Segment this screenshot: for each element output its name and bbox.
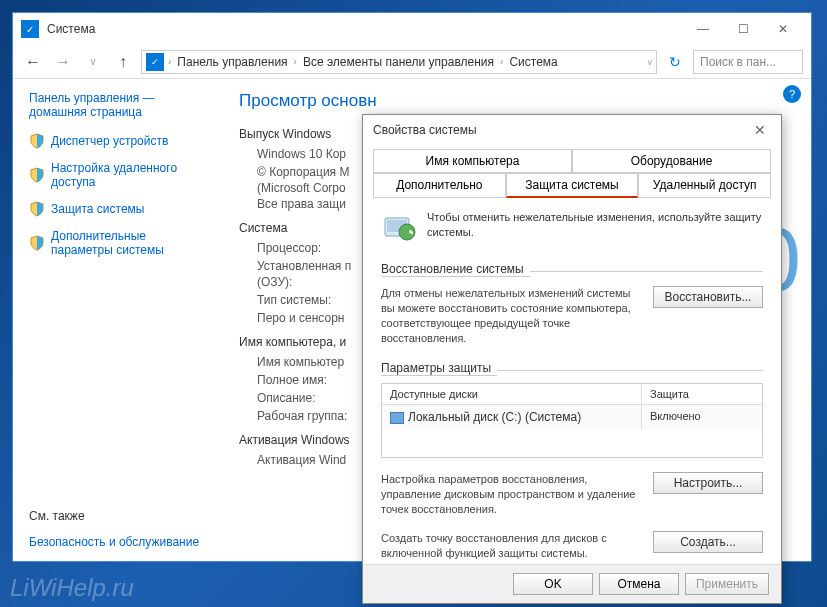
col-drives: Доступные диски	[382, 384, 642, 404]
breadcrumb-2[interactable]: Все элементы панели управления	[301, 55, 496, 69]
maximize-button[interactable]: ☐	[723, 15, 763, 43]
window-title: Система	[47, 22, 683, 36]
create-button[interactable]: Создать...	[653, 531, 763, 553]
sidebar-link-remote[interactable]: Настройка удаленного доступа	[29, 159, 207, 191]
pcname-label: Имя компьютер	[257, 355, 344, 369]
activation-label: Активация Wind	[257, 453, 346, 467]
up-button[interactable]: ↑	[111, 50, 135, 74]
drive-status: Включено	[642, 405, 762, 429]
sidebar-link-advanced[interactable]: Дополнительные параметры системы	[29, 227, 207, 259]
sidebar-link-label: Дополнительные параметры системы	[51, 229, 207, 257]
tab-computer-name[interactable]: Имя компьютера	[373, 149, 572, 173]
configure-button[interactable]: Настроить...	[653, 472, 763, 494]
copyright-value3: Все права защи	[257, 197, 346, 211]
watermark: LiWiHelp.ru	[10, 574, 134, 602]
forward-button[interactable]: →	[51, 50, 75, 74]
recent-button[interactable]: v	[81, 50, 105, 74]
restore-heading: Восстановление системы	[381, 262, 530, 277]
bc-sep-icon: ›	[168, 56, 171, 67]
sidebar-link-device-manager[interactable]: Диспетчер устройств	[29, 131, 207, 151]
breadcrumb-1[interactable]: Панель управления	[175, 55, 289, 69]
cancel-button[interactable]: Отмена	[599, 573, 679, 595]
tab-advanced[interactable]: Дополнительно	[373, 173, 506, 198]
tab-strip: Имя компьютера Оборудование Дополнительн…	[363, 145, 781, 198]
ram-label2: (ОЗУ):	[257, 275, 292, 289]
ok-button[interactable]: OK	[513, 573, 593, 595]
bc-sep-icon: ›	[294, 56, 297, 67]
close-button[interactable]: ✕	[763, 15, 803, 43]
system-properties-dialog: Свойства системы ✕ Имя компьютера Оборуд…	[362, 114, 782, 604]
drive-name: Локальный диск (C:) (Система)	[408, 410, 581, 424]
sidebar-link-security[interactable]: Безопасность и обслуживание	[29, 535, 207, 549]
intro-text: Чтобы отменить нежелательные изменения, …	[427, 210, 763, 240]
create-description: Создать точку восстановления для дисков …	[381, 531, 645, 561]
app-icon: ✓	[21, 20, 39, 38]
sidebar-link-label: Настройка удаленного доступа	[51, 161, 207, 189]
apply-button[interactable]: Применить	[685, 573, 769, 595]
restore-icon	[381, 210, 417, 246]
bc-sep-icon: ›	[500, 56, 503, 67]
restore-description: Для отмены нежелательных изменений систе…	[381, 286, 645, 345]
address-bar[interactable]: ✓ › Панель управления › Все элементы пан…	[141, 50, 657, 74]
fullname-label: Полное имя:	[257, 373, 327, 387]
desc-label: Описание:	[257, 391, 316, 405]
breadcrumb-dropdown-icon[interactable]: v	[648, 57, 653, 67]
intro-row: Чтобы отменить нежелательные изменения, …	[381, 210, 763, 246]
params-heading: Параметры защиты	[381, 361, 497, 376]
shield-icon	[29, 133, 45, 149]
sidebar: Панель управления — домашняя страница Ди…	[13, 79, 223, 561]
dialog-title: Свойства системы	[373, 123, 477, 137]
shield-icon	[29, 235, 45, 251]
col-protection: Защита	[642, 384, 762, 404]
titlebar: ✓ Система — ☐ ✕	[13, 13, 811, 45]
see-also-heading: См. также	[29, 509, 207, 523]
shield-icon	[29, 201, 45, 217]
page-title: Просмотр основн	[239, 91, 795, 111]
dialog-body: Чтобы отменить нежелательные изменения, …	[363, 198, 781, 564]
window-controls: — ☐ ✕	[683, 15, 803, 43]
ram-label: Установленная п	[257, 259, 351, 273]
cpu-label: Процессор:	[257, 241, 321, 255]
nav-toolbar: ← → v ↑ ✓ › Панель управления › Все элем…	[13, 45, 811, 79]
sidebar-link-label: Защита системы	[51, 202, 144, 216]
help-button[interactable]: ?	[783, 85, 801, 103]
shield-icon	[29, 167, 45, 183]
tab-hardware[interactable]: Оборудование	[572, 149, 771, 173]
dialog-close-button[interactable]: ✕	[749, 119, 771, 141]
search-input[interactable]: Поиск в пан...	[693, 50, 803, 74]
drive-row[interactable]: Локальный диск (C:) (Система) Включено	[382, 405, 762, 429]
edition-value: Windows 10 Кор	[257, 147, 346, 161]
address-icon: ✓	[146, 53, 164, 71]
sidebar-link-label: Диспетчер устройств	[51, 134, 168, 148]
tab-protection[interactable]: Защита системы	[506, 173, 639, 198]
tab-remote[interactable]: Удаленный доступ	[638, 173, 771, 198]
refresh-button[interactable]: ↻	[663, 50, 687, 74]
minimize-button[interactable]: —	[683, 15, 723, 43]
configure-description: Настройка параметров восстановления, упр…	[381, 472, 645, 517]
drives-table: Доступные диски Защита Локальный диск (C…	[381, 383, 763, 458]
breadcrumb-3[interactable]: Система	[507, 55, 559, 69]
back-button[interactable]: ←	[21, 50, 45, 74]
sidebar-link-protection[interactable]: Защита системы	[29, 199, 207, 219]
dialog-titlebar: Свойства системы ✕	[363, 115, 781, 145]
workgroup-label: Рабочая группа:	[257, 409, 347, 423]
restore-button[interactable]: Восстановить...	[653, 286, 763, 308]
sidebar-home-link[interactable]: Панель управления — домашняя страница	[29, 91, 207, 119]
copyright-value: © Корпорация М	[257, 165, 349, 179]
svg-point-2	[399, 224, 415, 240]
dialog-footer: OK Отмена Применить	[363, 564, 781, 603]
pen-label: Перо и сенсорн	[257, 311, 344, 325]
systype-label: Тип системы:	[257, 293, 331, 307]
copyright-value2: (Microsoft Corpo	[257, 181, 346, 195]
drive-icon	[390, 412, 404, 424]
